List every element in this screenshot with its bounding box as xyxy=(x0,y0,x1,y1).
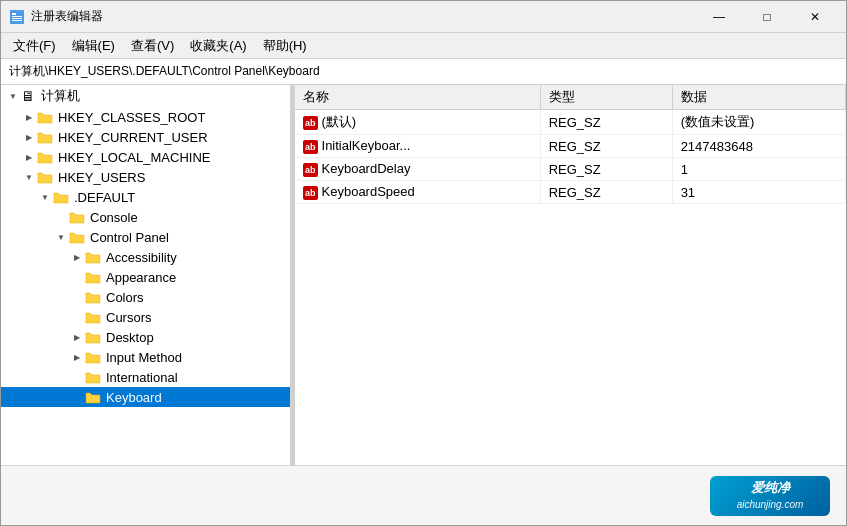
menu-help[interactable]: 帮助(H) xyxy=(255,35,315,57)
watermark-brand: 爱纯净 xyxy=(737,479,804,497)
expander-console xyxy=(53,209,69,225)
table-row[interactable]: abKeyboardDelayREG_SZ1 xyxy=(295,158,846,181)
expander-international xyxy=(69,369,85,385)
tree-node-colors[interactable]: Colors xyxy=(1,287,290,307)
svg-rect-4 xyxy=(12,20,22,21)
folder-icon-hkey-users xyxy=(37,170,53,184)
tree-node-hkey-users[interactable]: HKEY_USERS xyxy=(1,167,290,187)
tree-label-desktop: Desktop xyxy=(104,330,154,345)
folder-icon-appearance xyxy=(85,270,101,284)
tree-node-control-panel[interactable]: Control Panel xyxy=(1,227,290,247)
ab-icon: ab xyxy=(303,116,318,130)
tree-label-appearance: Appearance xyxy=(104,270,176,285)
menu-view[interactable]: 查看(V) xyxy=(123,35,182,57)
computer-icon: 🖥 xyxy=(21,88,35,104)
tree-node-classes-root[interactable]: HKEY_CLASSES_ROOT xyxy=(1,107,290,127)
maximize-button[interactable]: □ xyxy=(744,7,790,27)
tree-node-computer[interactable]: 🖥 计算机 xyxy=(1,85,290,107)
folder-icon-accessibility xyxy=(85,250,101,264)
folder-icon-international xyxy=(85,370,101,384)
folder-icon-local-machine xyxy=(37,150,53,164)
address-path: 计算机\HKEY_USERS\.DEFAULT\Control Panel\Ke… xyxy=(9,63,320,80)
tree-node-current-user[interactable]: HKEY_CURRENT_USER xyxy=(1,127,290,147)
tree-label-default: .DEFAULT xyxy=(72,190,135,205)
svg-rect-2 xyxy=(12,16,22,17)
tree-node-accessibility[interactable]: Accessibility xyxy=(1,247,290,267)
expander-classes-root[interactable] xyxy=(21,109,37,125)
tree-label-control-panel: Control Panel xyxy=(88,230,169,245)
expander-computer[interactable] xyxy=(5,88,21,104)
table-row[interactable]: abInitialKeyboar...REG_SZ2147483648 xyxy=(295,135,846,158)
main-content: 🖥 计算机 HKEY_CLASSES_ROOT xyxy=(1,85,846,465)
expander-current-user[interactable] xyxy=(21,129,37,145)
folder-icon-cursors xyxy=(85,310,101,324)
tree-label-cursors: Cursors xyxy=(104,310,152,325)
cell-name: abKeyboardSpeed xyxy=(295,181,540,204)
folder-icon-colors xyxy=(85,290,101,304)
folder-icon-control-panel xyxy=(69,230,85,244)
tree-node-default[interactable]: .DEFAULT xyxy=(1,187,290,207)
cell-type: REG_SZ xyxy=(540,135,672,158)
ab-icon: ab xyxy=(303,163,318,177)
expander-local-machine[interactable] xyxy=(21,149,37,165)
svg-rect-1 xyxy=(12,13,16,15)
tree-node-input-method[interactable]: Input Method xyxy=(1,347,290,367)
watermark: 爱纯净 aichunjing.com xyxy=(710,476,830,516)
window-title: 注册表编辑器 xyxy=(31,8,696,25)
expander-accessibility[interactable] xyxy=(69,249,85,265)
tree-label-input-method: Input Method xyxy=(104,350,182,365)
cell-type: REG_SZ xyxy=(540,110,672,135)
menu-file[interactable]: 文件(F) xyxy=(5,35,64,57)
table-row[interactable]: abKeyboardSpeedREG_SZ31 xyxy=(295,181,846,204)
menu-favorites[interactable]: 收藏夹(A) xyxy=(182,35,254,57)
tree-panel[interactable]: 🖥 计算机 HKEY_CLASSES_ROOT xyxy=(1,85,291,465)
tree-label-international: International xyxy=(104,370,178,385)
registry-table: 名称 类型 数据 ab(默认)REG_SZ(数值未设置)abInitialKey… xyxy=(295,85,846,204)
tree-label-colors: Colors xyxy=(104,290,144,305)
bottom-bar: 爱纯净 aichunjing.com xyxy=(1,465,846,525)
minimize-button[interactable]: — xyxy=(696,7,742,27)
expander-appearance xyxy=(69,269,85,285)
tree-label-classes-root: HKEY_CLASSES_ROOT xyxy=(56,110,205,125)
folder-icon-input-method xyxy=(85,350,101,364)
app-icon xyxy=(9,9,25,25)
col-header-name: 名称 xyxy=(295,85,540,110)
tree-label-hkey-users: HKEY_USERS xyxy=(56,170,145,185)
ab-icon: ab xyxy=(303,140,318,154)
cell-data: 2147483648 xyxy=(672,135,845,158)
expander-keyboard xyxy=(69,389,85,405)
registry-editor-window: 注册表编辑器 — □ ✕ 文件(F) 编辑(E) 查看(V) 收藏夹(A) 帮助… xyxy=(0,0,847,526)
tree-label-current-user: HKEY_CURRENT_USER xyxy=(56,130,208,145)
cell-name: abKeyboardDelay xyxy=(295,158,540,181)
expander-desktop[interactable] xyxy=(69,329,85,345)
close-button[interactable]: ✕ xyxy=(792,7,838,27)
cell-data: 1 xyxy=(672,158,845,181)
expander-hkey-users[interactable] xyxy=(21,169,37,185)
tree-label-accessibility: Accessibility xyxy=(104,250,177,265)
svg-rect-3 xyxy=(12,18,22,19)
window-controls: — □ ✕ xyxy=(696,7,838,27)
cell-data: 31 xyxy=(672,181,845,204)
expander-colors xyxy=(69,289,85,305)
watermark-url: aichunjing.com xyxy=(737,498,804,512)
tree-node-international[interactable]: International xyxy=(1,367,290,387)
expander-input-method[interactable] xyxy=(69,349,85,365)
title-bar: 注册表编辑器 — □ ✕ xyxy=(1,1,846,33)
col-header-type: 类型 xyxy=(540,85,672,110)
tree-node-local-machine[interactable]: HKEY_LOCAL_MACHINE xyxy=(1,147,290,167)
expander-control-panel[interactable] xyxy=(53,229,69,245)
cell-type: REG_SZ xyxy=(540,158,672,181)
expander-cursors xyxy=(69,309,85,325)
tree-node-keyboard[interactable]: Keyboard xyxy=(1,387,290,407)
right-panel: 名称 类型 数据 ab(默认)REG_SZ(数值未设置)abInitialKey… xyxy=(295,85,846,465)
menu-edit[interactable]: 编辑(E) xyxy=(64,35,123,57)
tree-node-desktop[interactable]: Desktop xyxy=(1,327,290,347)
tree-node-cursors[interactable]: Cursors xyxy=(1,307,290,327)
cell-name: ab(默认) xyxy=(295,110,540,135)
ab-icon: ab xyxy=(303,186,318,200)
folder-icon-classes-root xyxy=(37,110,53,124)
tree-node-appearance[interactable]: Appearance xyxy=(1,267,290,287)
expander-default[interactable] xyxy=(37,189,53,205)
tree-node-console[interactable]: Console xyxy=(1,207,290,227)
table-row[interactable]: ab(默认)REG_SZ(数值未设置) xyxy=(295,110,846,135)
